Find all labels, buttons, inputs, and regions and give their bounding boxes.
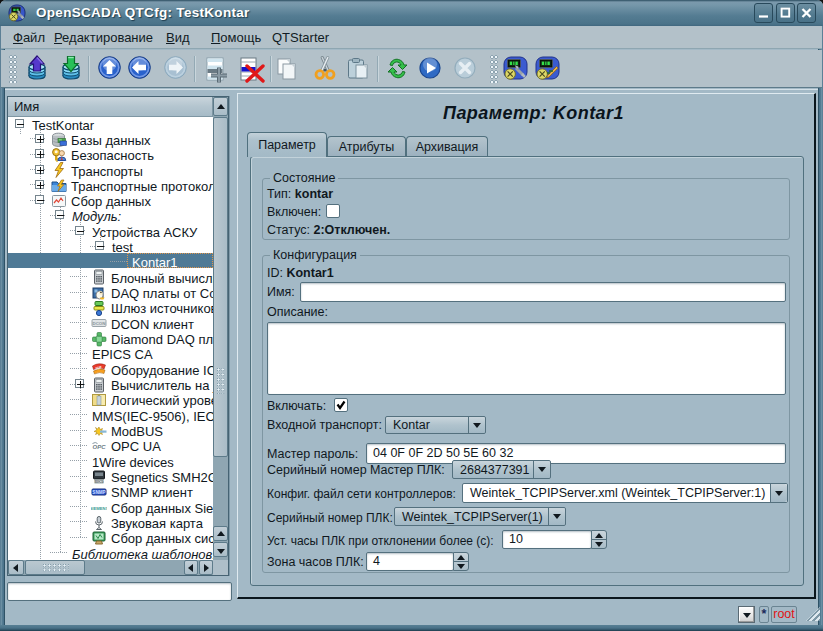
svg-text:OPC: OPC [92, 444, 106, 450]
svg-text:SNMP: SNMP [92, 490, 105, 495]
svg-text:DCON: DCON [93, 321, 106, 326]
svg-text:SIEMENS: SIEMENS [91, 506, 107, 511]
svg-text:SMH2G: SMH2G [94, 479, 103, 483]
